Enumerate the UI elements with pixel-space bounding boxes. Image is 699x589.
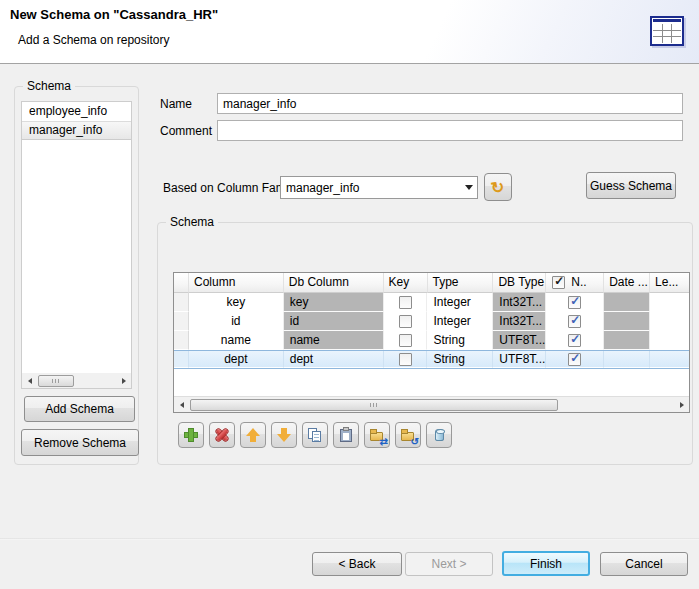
nullable-checkbox[interactable] <box>568 353 581 366</box>
column-header-db-type[interactable]: DB Type <box>493 273 546 293</box>
nullable-header-label: N.. <box>571 273 586 292</box>
cell-length[interactable] <box>650 312 689 331</box>
cell-date[interactable] <box>604 293 650 312</box>
table-row[interactable]: name name String UTF8T... <box>174 331 689 350</box>
cell-type[interactable]: Integer <box>427 293 493 312</box>
cell-db-type[interactable]: Int32T... <box>493 293 546 312</box>
cell-date[interactable] <box>604 351 650 368</box>
cell-column[interactable]: name <box>189 331 284 350</box>
paste-button[interactable] <box>333 422 359 448</box>
retrieve-schema-button[interactable] <box>426 422 452 448</box>
cell-length[interactable] <box>650 351 689 368</box>
move-down-icon <box>276 427 292 443</box>
nullable-checkbox[interactable] <box>568 296 581 309</box>
wizard-header: New Schema on "Cassandra_HR" Add a Schem… <box>0 0 699 64</box>
table-grid-icon <box>650 16 684 46</box>
cell-column[interactable]: dept <box>189 351 284 368</box>
cell-type[interactable]: String <box>427 351 493 368</box>
cell-key[interactable] <box>384 293 428 312</box>
key-checkbox[interactable] <box>399 296 412 309</box>
import-schema-icon: ↺ <box>400 427 416 443</box>
row-selector-header[interactable] <box>174 273 189 293</box>
add-row-icon <box>183 427 199 443</box>
name-field[interactable] <box>217 93 683 114</box>
remove-schema-button[interactable]: Remove Schema <box>21 429 139 456</box>
cell-type[interactable]: String <box>427 331 493 350</box>
scrollbar-thumb[interactable] <box>38 375 74 387</box>
schema-list-hscrollbar[interactable] <box>22 373 131 388</box>
cell-key[interactable] <box>384 312 428 331</box>
add-schema-button[interactable]: Add Schema <box>24 396 135 422</box>
cancel-button[interactable]: Cancel <box>600 552 688 576</box>
schema-listbox[interactable]: employee_info manager_info <box>21 101 132 389</box>
column-family-dropdown[interactable]: manager_info <box>280 176 478 199</box>
scroll-left-icon[interactable] <box>174 397 189 412</box>
cell-db-column[interactable]: name <box>284 331 384 350</box>
comment-field[interactable] <box>217 120 683 141</box>
table-header-row: Column Db Column Key Type DB Type N.. Da… <box>174 273 689 293</box>
cell-key[interactable] <box>384 331 428 350</box>
column-header-column[interactable]: Column <box>189 273 284 293</box>
cell-key[interactable] <box>384 351 428 368</box>
row-selector[interactable] <box>174 351 189 368</box>
cell-db-type[interactable]: Int32T... <box>493 312 546 331</box>
export-schema-button[interactable]: ⇄ <box>364 422 390 448</box>
refresh-column-families-button[interactable]: ↻ <box>484 173 512 201</box>
import-schema-button[interactable]: ↺ <box>395 422 421 448</box>
cell-column[interactable]: id <box>189 312 284 331</box>
column-header-type[interactable]: Type <box>428 273 494 293</box>
schema-list-item-selected[interactable]: manager_info <box>22 121 131 140</box>
key-checkbox[interactable] <box>399 315 412 328</box>
based-on-column-family-label: Based on Column Family <box>163 181 297 195</box>
key-checkbox[interactable] <box>399 334 412 347</box>
cell-nullable[interactable] <box>546 293 604 312</box>
column-header-key[interactable]: Key <box>384 273 428 293</box>
back-button[interactable]: < Back <box>312 552 402 576</box>
delete-row-button[interactable] <box>209 422 235 448</box>
table-row-selected[interactable]: dept dept String UTF8T... <box>174 350 689 369</box>
cell-type[interactable]: Integer <box>427 312 493 331</box>
column-header-date[interactable]: Date ... <box>604 273 650 293</box>
nullable-checkbox[interactable] <box>568 315 581 328</box>
table-row[interactable]: id id Integer Int32T... <box>174 312 689 331</box>
cell-length[interactable] <box>650 293 689 312</box>
new-schema-wizard-dialog: New Schema on "Cassandra_HR" Add a Schem… <box>0 0 699 589</box>
cell-nullable[interactable] <box>546 312 604 331</box>
add-row-button[interactable] <box>178 422 204 448</box>
column-header-db-column[interactable]: Db Column <box>284 273 384 293</box>
guess-schema-button[interactable]: Guess Schema <box>586 172 676 199</box>
cell-date[interactable] <box>604 312 650 331</box>
schema-table[interactable]: Column Db Column Key Type DB Type N.. Da… <box>173 272 690 413</box>
key-checkbox[interactable] <box>399 353 412 366</box>
cell-nullable[interactable] <box>546 351 604 368</box>
move-down-button[interactable] <box>271 422 297 448</box>
cell-date[interactable] <box>604 331 650 350</box>
table-hscrollbar[interactable] <box>174 396 689 412</box>
cell-db-type[interactable]: UTF8T... <box>493 331 546 350</box>
row-selector[interactable] <box>174 331 189 350</box>
row-selector[interactable] <box>174 312 189 331</box>
cell-column[interactable]: key <box>189 293 284 312</box>
nullable-checkbox[interactable] <box>568 334 581 347</box>
delete-row-icon <box>214 427 230 443</box>
cell-db-column[interactable]: id <box>284 312 384 331</box>
chevron-down-icon[interactable] <box>460 177 477 198</box>
cell-length[interactable] <box>650 331 689 350</box>
column-header-length[interactable]: Le... <box>650 273 689 293</box>
schema-list-item[interactable]: employee_info <box>22 102 131 121</box>
select-all-checkbox[interactable] <box>552 276 565 289</box>
move-up-button[interactable] <box>240 422 266 448</box>
copy-button[interactable] <box>302 422 328 448</box>
scroll-right-icon[interactable] <box>674 397 689 412</box>
cell-db-type[interactable]: UTF8T... <box>493 351 546 368</box>
scrollbar-thumb[interactable] <box>190 399 558 411</box>
table-row[interactable]: key key Integer Int32T... <box>174 293 689 312</box>
cell-nullable[interactable] <box>546 331 604 350</box>
scroll-right-icon[interactable] <box>116 373 131 388</box>
row-selector[interactable] <box>174 293 189 312</box>
column-header-nullable[interactable]: N.. <box>546 273 604 293</box>
scroll-left-icon[interactable] <box>22 373 37 388</box>
finish-button[interactable]: Finish <box>502 551 590 576</box>
cell-db-column[interactable]: dept <box>284 351 384 368</box>
cell-db-column[interactable]: key <box>284 293 384 312</box>
